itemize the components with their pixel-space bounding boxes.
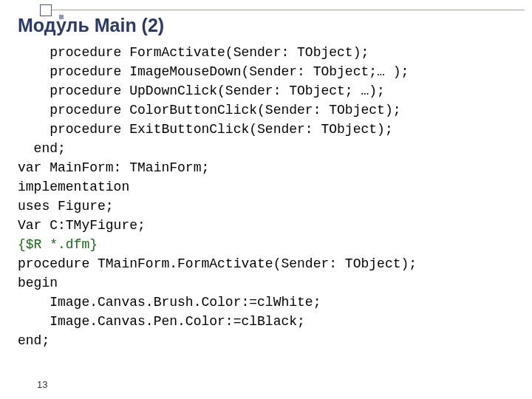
code-line: procedure ImageMouseDown(Sender: TObject…	[18, 64, 409, 79]
code-line: Var C:TMyFigure;	[18, 218, 146, 233]
code-line: uses Figure;	[18, 199, 114, 214]
code-line: implementation	[18, 180, 129, 194]
code-line: var MainForm: TMainForm;	[18, 160, 209, 175]
code-line: procedure FormActivate(Sender: TObject);	[18, 45, 369, 60]
code-directive: {$R *.dfm}	[18, 237, 98, 252]
code-line: procedure ColorButtonClick(Sender: TObje…	[18, 103, 400, 117]
code-line: procedure UpDownClick(Sender: TObject; ……	[18, 83, 385, 98]
code-line: end;	[18, 333, 50, 348]
slide: Модуль Main (2) procedure FormActivate(S…	[0, 0, 532, 399]
code-line: procedure ExitButtonClick(Sender: TObjec…	[18, 122, 393, 137]
code-line: Image.Canvas.Pen.Color:=clBlack;	[18, 314, 305, 329]
code-line: end;	[18, 141, 66, 156]
code-block: procedure FormActivate(Sender: TObject);…	[18, 43, 417, 350]
slide-title: Модуль Main (2)	[18, 15, 164, 36]
decor-line	[52, 10, 525, 10]
code-line: begin	[18, 276, 58, 290]
code-line: procedure TMainForm.FormActivate(Sender:…	[18, 256, 417, 271]
code-line: Image.Canvas.Brush.Color:=clWhite;	[18, 295, 321, 310]
page-number: 13	[37, 379, 47, 390]
